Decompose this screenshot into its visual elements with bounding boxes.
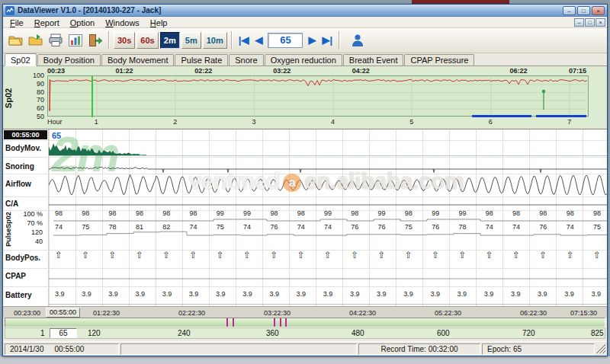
waveform-plot-area[interactable]: 2m xyxy=(49,129,607,307)
interval-button-30s[interactable]: 30s xyxy=(114,32,135,49)
spo2-values-row: 9898989898989999989899989998999998989898… xyxy=(49,209,607,217)
close-button[interactable]: × xyxy=(592,6,605,15)
tab-snore[interactable]: Snore xyxy=(229,54,263,65)
timeline-label: 00:23:00 xyxy=(14,309,40,317)
spo2-value: 98 xyxy=(593,209,601,217)
menu-file[interactable]: File xyxy=(5,18,29,28)
epoch-tick: 480 xyxy=(352,329,364,337)
tab-body-movement[interactable]: Body Movement xyxy=(101,54,174,65)
pulse-value: 75 xyxy=(593,223,601,231)
spo2-value: 98 xyxy=(136,209,143,217)
minimize-button[interactable]: – xyxy=(563,6,576,15)
spo2-value: 98 xyxy=(270,209,278,217)
tab-pulse-rate[interactable]: Pulse Rate xyxy=(175,54,228,65)
body-position-arrow-icon: ⇧ xyxy=(539,250,547,260)
status-date: 2014/1/30 xyxy=(10,345,44,353)
overview-time-label: 07:15 xyxy=(569,67,586,75)
body-position-arrow-icon: ⇧ xyxy=(55,250,63,260)
last-epoch-button[interactable]: ▶| xyxy=(319,32,336,49)
epoch-position-box[interactable]: 65 xyxy=(50,328,77,338)
spo2-value: 98 xyxy=(189,209,197,217)
menu-bar: FileReportOptionWindowsHelp – □ × xyxy=(3,17,607,28)
overview-time-label: 03:22 xyxy=(273,67,291,75)
folder-import-icon xyxy=(28,34,43,47)
body-position-arrow-icon: ⇧ xyxy=(270,250,278,260)
overview-time-label: 00:23 xyxy=(47,67,65,75)
status-epoch: Epoch: 65 xyxy=(482,343,595,355)
menu-option[interactable]: Option xyxy=(65,18,100,28)
spo2-value: 98 xyxy=(512,209,520,217)
overview-plot[interactable] xyxy=(47,75,589,117)
spo2-value: 99 xyxy=(324,209,332,217)
menu-help[interactable]: Help xyxy=(145,18,173,28)
pulse-value: 78 xyxy=(458,223,466,231)
interval-button-10m[interactable]: 10m xyxy=(203,32,227,49)
channel-labels-column: 00:55:00 BodyMov. Snoring Airflow C/A Pu… xyxy=(3,129,49,307)
battery-value: 3.9 xyxy=(323,290,333,298)
toolbar-separator xyxy=(108,31,110,49)
menu-report[interactable]: Report xyxy=(29,18,65,28)
first-epoch-button[interactable]: |◀ xyxy=(236,32,252,49)
hour-tick: 4 xyxy=(331,118,335,126)
pulse-value: 74 xyxy=(512,223,520,231)
report-chart-button[interactable] xyxy=(66,30,85,50)
battery-value: 3.9 xyxy=(136,290,146,298)
tab-sp02[interactable]: Sp02 xyxy=(5,53,37,66)
timeline-strip[interactable]: 00:23:0000:55:0001:22:3002:22:3003:22:30… xyxy=(3,306,607,318)
body-position-arrow-icon: ⇧ xyxy=(243,250,251,260)
tab-cpap-pressure[interactable]: CPAP Pressure xyxy=(404,54,474,65)
menu-windows[interactable]: Windows xyxy=(100,18,145,28)
prev-epoch-button[interactable]: ◀ xyxy=(252,32,265,49)
status-empty-panel xyxy=(120,343,357,355)
mdi-minimize-button[interactable]: – xyxy=(574,18,584,27)
import-data-button[interactable] xyxy=(26,30,46,50)
export-button[interactable] xyxy=(85,30,105,50)
chart-icon xyxy=(68,34,83,47)
interval-button-2m[interactable]: 2m xyxy=(160,32,180,49)
epoch-input[interactable]: 65 xyxy=(268,33,303,48)
maximize-button[interactable]: □ xyxy=(577,6,590,15)
print-button[interactable] xyxy=(46,30,66,50)
pulse-value: 74 xyxy=(324,223,332,231)
next-epoch-button[interactable]: ▶ xyxy=(305,32,319,49)
body-position-arrow-icon: ⇧ xyxy=(593,250,601,260)
interval-button-60s[interactable]: 60s xyxy=(136,32,158,49)
body-position-arrow-icon: ⇧ xyxy=(297,250,305,260)
tab-body-position[interactable]: Body Position xyxy=(37,54,101,65)
body-position-arrow-icon: ⇧ xyxy=(162,250,170,260)
pulse-value: 76 xyxy=(270,223,278,231)
overview-ytick: 60 xyxy=(23,104,44,112)
status-record-time: Record Time: 00:32:00 xyxy=(358,343,480,355)
resize-grip[interactable] xyxy=(596,344,605,353)
print-icon xyxy=(48,34,63,47)
waveforms-chart xyxy=(49,129,607,307)
tab-breath-event[interactable]: Breath Event xyxy=(343,54,404,65)
epoch-ruler[interactable] xyxy=(5,318,605,327)
epoch-tick: 720 xyxy=(522,329,535,337)
interval-button-5m[interactable]: 5m xyxy=(181,32,201,49)
timeline-label: 04:22:30 xyxy=(349,309,376,317)
event-marker xyxy=(226,318,228,327)
pulse-value: 76 xyxy=(351,223,358,231)
mdi-close-button[interactable]: × xyxy=(596,18,605,27)
epoch-number-strip[interactable]: 65 1120240360480600720825 xyxy=(5,327,605,339)
export-icon xyxy=(88,34,103,47)
spo2-value: 98 xyxy=(486,209,493,217)
overview-ytick: 70 xyxy=(23,96,44,104)
app-icon xyxy=(5,6,14,15)
event-marker xyxy=(233,318,234,327)
person-icon xyxy=(350,33,365,48)
pulse-axis-70: 70 % xyxy=(3,219,46,227)
tab-oxygen-reduction[interactable]: Oxygen reduction xyxy=(265,54,342,65)
patient-info-button[interactable] xyxy=(348,30,368,50)
mdi-restore-button[interactable]: □ xyxy=(585,18,595,27)
open-file-button[interactable] xyxy=(6,30,26,50)
timeline-current-box[interactable]: 00:55:00 xyxy=(46,308,80,318)
spo2-value: 98 xyxy=(55,209,63,217)
overview-ytick: 100 xyxy=(23,72,44,79)
row-label-snoring: Snoring xyxy=(5,162,34,171)
body-position-arrow-icon: ⇧ xyxy=(324,250,332,260)
pulse-value: 76 xyxy=(539,223,547,231)
hour-tick: 5 xyxy=(409,118,413,126)
body-position-arrow-icon: ⇧ xyxy=(405,250,413,260)
